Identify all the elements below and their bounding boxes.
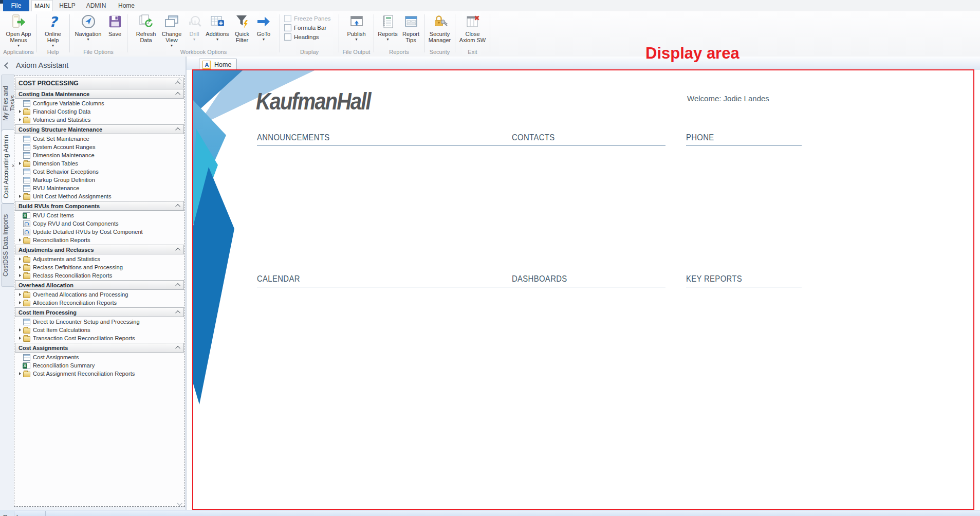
tree-item[interactable]: Reconciliation Summary [14, 361, 184, 370]
tree-section-header[interactable]: Adjustments and Reclasses [15, 245, 184, 254]
tab-help[interactable]: HELP [57, 0, 78, 11]
folder-icon [23, 238, 30, 244]
collapse-chevron-icon[interactable] [175, 346, 180, 351]
collapse-chevron-icon[interactable] [175, 310, 180, 316]
group-label-exit: Exit [455, 49, 490, 55]
tree-item[interactable]: System Account Ranges [14, 143, 184, 151]
tree-item[interactable]: Transaction Cost Reconciliation Reports [14, 334, 184, 342]
collapse-chevron-icon[interactable] [175, 127, 180, 133]
tree-section-header[interactable]: Cost Item Processing [15, 307, 184, 317]
tree-section-label: Build RVUs from Components [19, 203, 171, 209]
tree-item[interactable]: Allocation Reconciliation Reports [14, 299, 184, 307]
tree-item[interactable]: Adjustments and Statistics [14, 255, 184, 263]
navigation-label: Navigation [75, 31, 102, 37]
excel-file-icon [23, 212, 30, 219]
tree-item[interactable]: Cost Assignment Reconciliation Reports [14, 370, 184, 378]
quick-filter-button[interactable]: Quick Filter [231, 13, 253, 44]
close-axiom-button[interactable]: Close Axiom SW [458, 13, 488, 44]
scroll-up-icon[interactable] [176, 77, 183, 83]
vtab-my-files-and-tasks[interactable]: My Files and Tasks [1, 75, 14, 132]
tree-item[interactable]: Cost Assignments [14, 353, 184, 361]
formula-bar-checkbox[interactable]: Formula Bar [284, 24, 339, 31]
dropdown-arrow-icon: ▾ [171, 44, 173, 48]
navigation-button[interactable]: Navigation ▾ [72, 13, 105, 41]
freeze-panes-checkbox[interactable]: Freeze Panes [284, 15, 339, 22]
folder-icon [23, 301, 30, 306]
doctab-home[interactable]: A Home [199, 59, 237, 70]
tree-item[interactable]: Unit Cost Method Assignments [14, 192, 184, 200]
collapse-pane-icon[interactable] [4, 62, 11, 69]
goto-button[interactable]: GoTo ▾ [253, 13, 274, 41]
tab-home[interactable]: Home [115, 0, 138, 11]
tree-item[interactable]: Direct to Encounter Setup and Processing [14, 318, 184, 326]
drill-button[interactable]: Drill ▾ [184, 13, 204, 41]
publish-button[interactable]: Publish ▾ [344, 13, 369, 41]
vtab-cost-accounting-admin[interactable]: Cost Accounting Admin× [2, 130, 15, 204]
open-app-menus-button[interactable]: Open App Menus▾ [3, 13, 34, 48]
tree-section-header[interactable]: Costing Structure Maintenance [15, 124, 184, 134]
tree-section-header[interactable]: Cost Assignments [15, 343, 184, 353]
tree-item[interactable]: Reclass Reconciliation Reports [14, 271, 184, 280]
tree-item[interactable]: Reconciliation Reports [14, 236, 184, 244]
tab-file[interactable]: File [3, 0, 29, 11]
reports-button[interactable]: Reports ▾ [376, 13, 400, 41]
expand-arrow-icon[interactable] [19, 301, 21, 304]
tab-admin[interactable]: ADMIN [83, 0, 109, 11]
change-view-button[interactable]: Change View▾ [159, 13, 184, 48]
additions-button[interactable]: Additions ▾ [204, 13, 231, 41]
tree-item[interactable]: Cost Set Maintenance [14, 135, 184, 143]
report-tips-button[interactable]: Report Tips [400, 13, 422, 44]
tree-item[interactable]: Overhead Allocations and Processing [14, 290, 184, 299]
tree-item[interactable]: Volumes and Statistics [14, 116, 184, 124]
tree-item[interactable]: Financial Costing Data [14, 107, 184, 116]
expand-arrow-icon[interactable] [19, 337, 21, 340]
tree-item[interactable]: RVU Cost Items [14, 211, 184, 219]
expand-arrow-icon[interactable] [19, 328, 21, 331]
expand-arrow-icon[interactable] [19, 274, 21, 277]
tree-item[interactable]: RVU Maintenance [14, 184, 184, 192]
freeze-panes-label: Freeze Panes [294, 15, 331, 22]
tree-item[interactable]: Markup Group Definition [14, 176, 184, 184]
expand-arrow-icon[interactable] [19, 110, 21, 113]
tree-item[interactable]: Cost Behavior Exceptions [14, 168, 184, 176]
headings-checkbox[interactable]: Headings [284, 33, 339, 41]
tree-section-header[interactable]: Costing Data Maintenance [15, 89, 184, 99]
vtab-costdss-data-imports[interactable]: CostDSS Data Imports [1, 204, 14, 287]
expand-arrow-icon[interactable] [19, 118, 21, 121]
tree-item[interactable]: Configure Variable Columns [14, 99, 184, 107]
collapse-chevron-icon[interactable] [175, 283, 180, 288]
group-label-reports: Reports [374, 49, 424, 55]
drill-magnifier-icon [187, 13, 202, 30]
section-title: DASHBOARDS [512, 274, 650, 284]
tree-item[interactable]: Dimension Tables [14, 159, 184, 168]
tree-item-label: Unit Cost Method Assignments [33, 193, 112, 199]
expand-arrow-icon[interactable] [19, 266, 21, 269]
online-help-button[interactable]: ? Online Help▾ [40, 13, 66, 48]
collapse-chevron-icon[interactable] [175, 204, 180, 209]
tree-section-header[interactable]: Overhead Allocation [15, 280, 184, 290]
collapse-chevron-icon[interactable] [175, 248, 180, 253]
collapse-chevron-icon[interactable] [175, 92, 180, 97]
tree-item[interactable]: Dimension Maintenance [14, 151, 184, 159]
tree-title-cost-processing[interactable]: COST PROCESSING [15, 78, 184, 88]
tree-item[interactable]: Copy RVU and Cost Components [14, 219, 184, 228]
tree-item[interactable]: Update Detailed RVUs by Cost Component [14, 228, 184, 236]
expand-arrow-icon[interactable] [19, 257, 21, 261]
expand-arrow-icon[interactable] [19, 293, 21, 296]
refresh-data-button[interactable]: Refresh Data [133, 13, 159, 44]
tab-home-label: Home [118, 2, 135, 9]
grid-close-icon [465, 13, 480, 30]
tree-item[interactable]: Reclass Definitions and Processing [14, 263, 184, 271]
security-manager-button[interactable]: Security Manager [426, 13, 454, 44]
tree-section-header[interactable]: Build RVUs from Components [15, 201, 184, 211]
expand-arrow-icon[interactable] [19, 162, 21, 165]
expand-arrow-icon[interactable] [19, 195, 21, 198]
tree-item-label: Reconciliation Summary [33, 362, 95, 368]
compass-icon [81, 13, 96, 30]
expand-arrow-icon[interactable] [19, 238, 21, 242]
expand-arrow-icon[interactable] [19, 372, 21, 375]
tree-item[interactable]: Cost Item Calculations [14, 326, 184, 334]
scroll-down-icon[interactable] [176, 500, 183, 506]
save-button[interactable]: Save [105, 13, 125, 37]
tab-main[interactable]: MAIN [31, 0, 53, 12]
